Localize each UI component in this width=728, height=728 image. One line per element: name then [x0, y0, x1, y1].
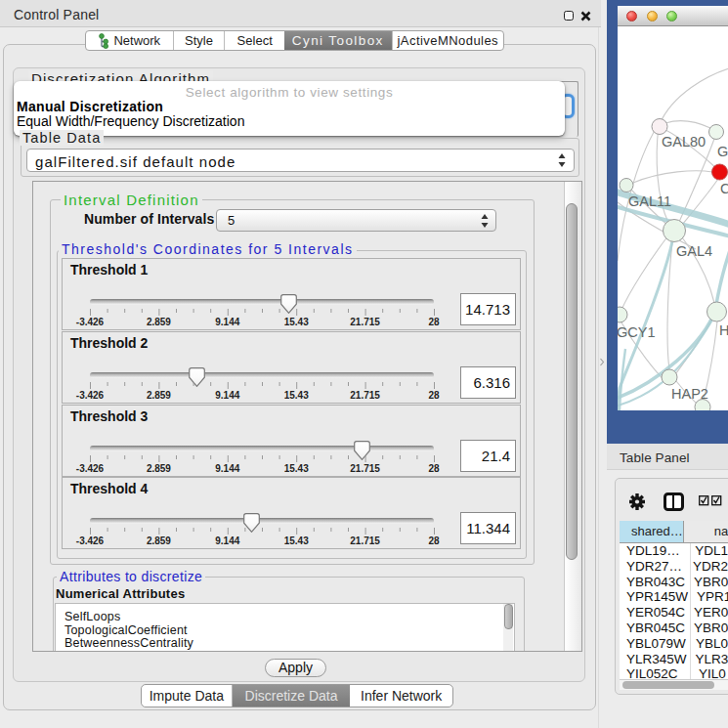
svg-text:GCY1: GCY1	[618, 324, 656, 340]
svg-text:GAL4: GAL4	[676, 243, 712, 259]
svg-text:GAL11: GAL11	[628, 193, 671, 209]
svg-text:C: C	[720, 181, 728, 196]
svg-text:GAL80: GAL80	[662, 134, 706, 150]
svg-text:H: H	[719, 322, 728, 338]
svg-text:HAP2: HAP2	[671, 386, 708, 402]
svg-text:G.: G.	[717, 144, 728, 159]
